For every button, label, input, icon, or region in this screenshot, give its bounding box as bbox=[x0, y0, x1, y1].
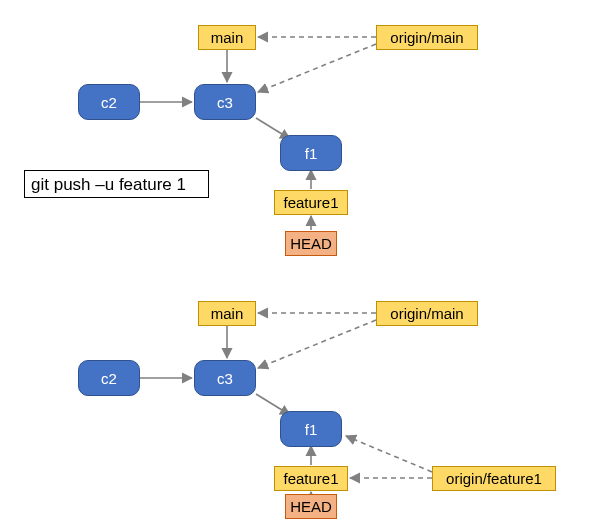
branch-origin-feature1-bottom: origin/feature1 bbox=[432, 466, 556, 491]
commit-f1-bottom: f1 bbox=[280, 411, 342, 447]
svg-line-9 bbox=[258, 320, 376, 368]
commit-c2-bottom: c2 bbox=[78, 360, 140, 396]
svg-line-15 bbox=[346, 436, 432, 472]
commit-c3-top: c3 bbox=[194, 84, 256, 120]
branch-origin-main-bottom: origin/main bbox=[376, 301, 478, 326]
commit-f1-top: f1 bbox=[280, 135, 342, 171]
branch-main-bottom: main bbox=[198, 301, 256, 326]
command-label: git push –u feature 1 bbox=[24, 170, 209, 198]
commit-c2-top: c2 bbox=[78, 84, 140, 120]
branch-origin-main-top: origin/main bbox=[376, 25, 478, 50]
commit-c3-bottom: c3 bbox=[194, 360, 256, 396]
head-top: HEAD bbox=[285, 231, 337, 256]
branch-main-top: main bbox=[198, 25, 256, 50]
branch-feature1-top: feature1 bbox=[274, 190, 348, 215]
svg-line-2 bbox=[258, 44, 376, 92]
branch-feature1-bottom: feature1 bbox=[274, 466, 348, 491]
head-bottom: HEAD bbox=[285, 494, 337, 519]
